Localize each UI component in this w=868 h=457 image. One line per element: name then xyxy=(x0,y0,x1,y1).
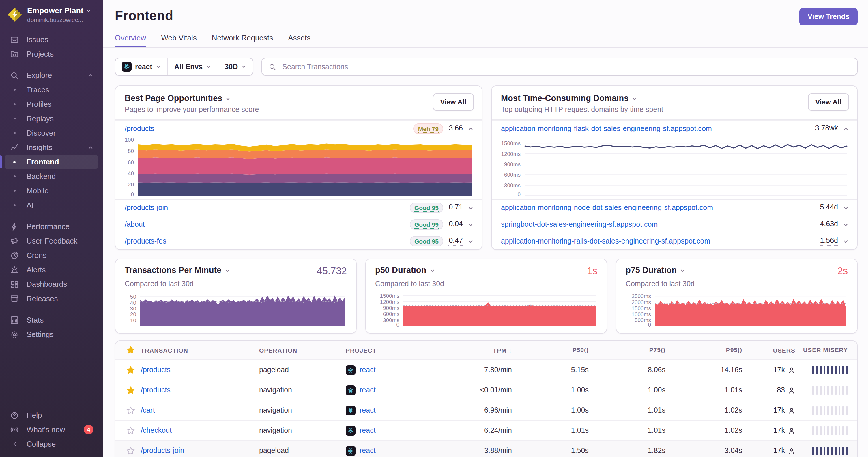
transaction-link[interactable]: /cart xyxy=(141,406,155,414)
sidebar-item-mobile[interactable]: Mobile xyxy=(5,184,98,198)
star-toggle[interactable] xyxy=(126,446,135,455)
star-toggle[interactable] xyxy=(126,386,135,394)
domain-link[interactable]: springboot-dot-sales-engineering-sf.apps… xyxy=(501,221,658,228)
view-all-button[interactable]: View All xyxy=(433,94,474,111)
sidebar-item-insights[interactable]: Insights xyxy=(5,140,98,155)
panel-title: Best Page Opportunities xyxy=(125,94,222,103)
page-link[interactable]: /products-fes xyxy=(125,237,166,245)
chevron-down-icon[interactable] xyxy=(467,204,474,211)
domain-time: 5.44d xyxy=(820,203,838,213)
sidebar-item-explore[interactable]: Explore xyxy=(5,68,98,83)
col-p75[interactable]: P75() xyxy=(589,346,665,354)
sidebar-item-performance[interactable]: Performance xyxy=(5,219,98,234)
p95-cell: 14.16s xyxy=(665,366,742,374)
score-badge: Good 99 xyxy=(410,219,443,230)
chevron-down-icon[interactable] xyxy=(843,238,849,244)
transaction-link[interactable]: /checkout xyxy=(141,426,172,434)
search-icon xyxy=(268,63,276,71)
col-user-misery[interactable]: USER MISERY xyxy=(795,346,848,354)
sidebar-item-releases[interactable]: Releases xyxy=(5,291,98,306)
project-link[interactable]: react xyxy=(360,386,376,394)
panel-subtitle: Compared to last 30d xyxy=(375,280,597,288)
environment-filter[interactable]: All Envs xyxy=(167,58,218,75)
sidebar-item-dashboards[interactable]: Dashboards xyxy=(5,277,98,291)
col-p50[interactable]: P50() xyxy=(512,346,589,354)
col-project[interactable]: PROJECT xyxy=(346,347,438,353)
sidebar-item-backend[interactable]: Backend xyxy=(5,169,98,184)
star-toggle[interactable] xyxy=(126,365,135,374)
whats-new-badge: 4 xyxy=(84,425,93,434)
view-all-button[interactable]: View All xyxy=(808,94,849,111)
chevron-down-icon[interactable] xyxy=(224,267,230,273)
project-link[interactable]: react xyxy=(360,426,376,434)
sidebar-item-ai[interactable]: AI xyxy=(5,198,98,213)
sidebar-item-help[interactable]: Help xyxy=(5,408,98,422)
chevron-down-icon[interactable] xyxy=(631,96,637,101)
svg-text:1200ms: 1200ms xyxy=(501,151,521,157)
sidebar-item-alerts[interactable]: Alerts xyxy=(5,263,98,277)
date-range-filter[interactable]: 30D xyxy=(218,58,253,75)
sidebar-item-issues[interactable]: Issues xyxy=(5,32,98,47)
page-link[interactable]: /products xyxy=(125,125,154,133)
sidebar-item-discover[interactable]: Discover xyxy=(5,126,98,140)
dashboard-icon xyxy=(7,280,22,289)
bullet-icon xyxy=(7,161,22,163)
sidebar-item-traces[interactable]: Traces xyxy=(5,83,98,97)
col-transaction[interactable]: TRANSACTION xyxy=(141,347,259,353)
col-p95[interactable]: P95() xyxy=(665,346,742,354)
col-operation[interactable]: OPERATION xyxy=(259,347,346,353)
sidebar-item-crons[interactable]: Crons xyxy=(5,248,98,263)
view-trends-button[interactable]: View Trends xyxy=(800,8,858,25)
transaction-link[interactable]: /products-join xyxy=(141,447,184,455)
sidebar-item-settings[interactable]: Settings xyxy=(5,327,98,341)
chevron-down-icon[interactable] xyxy=(225,96,231,101)
search-input[interactable] xyxy=(281,62,851,71)
col-users[interactable]: USERS xyxy=(742,347,795,353)
sidebar-item-profiles[interactable]: Profiles xyxy=(5,97,98,111)
chevron-up-icon[interactable] xyxy=(843,126,849,132)
project-link[interactable]: react xyxy=(360,406,376,414)
sidebar-item-projects[interactable]: Projects xyxy=(5,47,98,61)
tab-assets[interactable]: Assets xyxy=(288,33,310,47)
domain-link[interactable]: application-monitoring-flask-dot-sales-e… xyxy=(501,125,712,133)
issues-icon xyxy=(7,35,22,44)
sidebar-item-frontend[interactable]: Frontend xyxy=(5,155,98,169)
chevron-down-icon[interactable] xyxy=(843,221,849,228)
star-toggle[interactable] xyxy=(126,426,135,435)
sidebar-item-replays[interactable]: Replays xyxy=(5,111,98,126)
chevron-down-icon[interactable] xyxy=(843,204,849,211)
environment-filter-label: All Envs xyxy=(174,63,203,71)
operation-cell: pageload xyxy=(259,447,346,455)
sidebar-item-label: Issues xyxy=(27,35,48,44)
svg-text:900ms: 900ms xyxy=(383,305,399,311)
domain-link[interactable]: application-monitoring-node-dot-sales-en… xyxy=(501,204,713,212)
chevron-down-icon[interactable] xyxy=(429,267,435,273)
domain-link[interactable]: application-monitoring-rails-dot-sales-e… xyxy=(501,237,710,245)
project-filter[interactable]: react xyxy=(116,58,167,75)
transaction-link[interactable]: /products xyxy=(141,366,170,374)
sidebar-item-stats[interactable]: Stats xyxy=(5,313,98,327)
tab-web-vitals[interactable]: Web Vitals xyxy=(161,33,196,47)
page-link[interactable]: /about xyxy=(125,221,145,228)
chevron-down-icon[interactable] xyxy=(467,221,474,228)
org-switcher[interactable]: Empower Plant dominik.buszowiec... xyxy=(0,0,103,28)
chevron-up-icon[interactable] xyxy=(467,126,474,132)
sidebar-collapse-button[interactable]: Collapse xyxy=(5,437,98,451)
project-link[interactable]: react xyxy=(360,366,376,374)
page-link[interactable]: /products-join xyxy=(125,204,168,212)
star-toggle[interactable] xyxy=(126,406,135,415)
transaction-link[interactable]: /products xyxy=(141,386,170,394)
sidebar-nav: Issues Projects Explore Traces Profiles xyxy=(0,32,103,408)
chevron-down-icon[interactable] xyxy=(680,267,685,273)
col-tpm[interactable]: TPM ↓ xyxy=(438,347,512,353)
tab-network-requests[interactable]: Network Requests xyxy=(212,33,273,47)
sidebar-item-whats-new[interactable]: What's new 4 xyxy=(5,422,98,437)
sidebar-item-user-feedback[interactable]: User Feedback xyxy=(5,234,98,248)
tab-overview[interactable]: Overview xyxy=(115,33,146,47)
chevron-down-icon[interactable] xyxy=(467,238,474,244)
svg-text:500ms: 500ms xyxy=(634,317,651,323)
sidebar-item-label: Backend xyxy=(27,172,56,181)
star-column-header[interactable] xyxy=(126,346,135,354)
project-link[interactable]: react xyxy=(360,447,376,455)
releases-icon xyxy=(7,294,22,303)
